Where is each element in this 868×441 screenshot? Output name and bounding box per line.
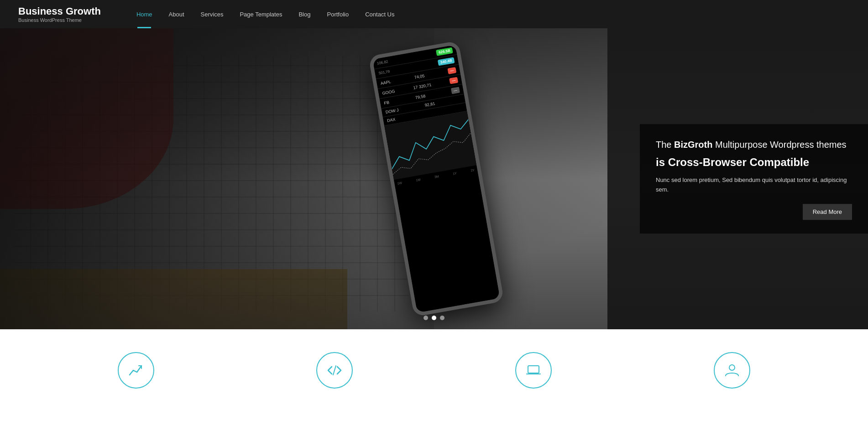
slider-dot-1[interactable] bbox=[424, 316, 428, 320]
nav-item-home[interactable]: Home bbox=[128, 0, 161, 28]
feature-item-1 bbox=[37, 352, 235, 398]
phone-badge-aapl: — bbox=[447, 67, 456, 74]
phone-badge-blue: 340.4B bbox=[438, 57, 455, 66]
slider-dots bbox=[424, 316, 444, 320]
hero-heading-post: Multipurpose Wordpress themes bbox=[712, 140, 846, 150]
chart-icon bbox=[128, 362, 144, 379]
site-header: Business Growth Business WordPress Theme… bbox=[0, 0, 868, 28]
feature-icon-circle-2 bbox=[316, 352, 353, 389]
phone-badge-green: 626.5B bbox=[436, 47, 453, 56]
feature-icon-circle-3 bbox=[515, 352, 552, 389]
hero-heading: The BizGroth Multipurpose Wordpress them… bbox=[656, 138, 852, 151]
hero-section: 106,82 626.5B 501,79 340.4B AAPL 74,05 —… bbox=[0, 28, 868, 329]
main-nav: HomeAboutServicesPage TemplatesBlogPortf… bbox=[128, 0, 403, 28]
hero-subheading: is Cross-Browser Compatible bbox=[656, 156, 852, 169]
features-section bbox=[0, 329, 868, 407]
slider-dot-3[interactable] bbox=[440, 316, 444, 320]
hero-text-overlay: The BizGroth Multipurpose Wordpress them… bbox=[640, 124, 868, 233]
hero-brand-name: BizGroth bbox=[674, 140, 712, 150]
feature-item-3 bbox=[434, 352, 633, 398]
feature-icon-circle-1 bbox=[118, 352, 154, 389]
feature-item-2 bbox=[235, 352, 434, 398]
nav-item-services[interactable]: Services bbox=[193, 0, 232, 28]
nav-item-blog[interactable]: Blog bbox=[290, 0, 319, 28]
logo-title[interactable]: Business Growth bbox=[18, 5, 101, 17]
feature-icon-circle-4 bbox=[714, 352, 750, 389]
logo-subtitle: Business WordPress Theme bbox=[18, 17, 101, 23]
logo-area: Business Growth Business WordPress Theme bbox=[18, 5, 101, 23]
slider-dot-2[interactable] bbox=[432, 316, 436, 320]
nav-item-portfolio[interactable]: Portfolio bbox=[319, 0, 357, 28]
read-more-button[interactable]: Read More bbox=[803, 204, 852, 220]
nav-item-contact-us[interactable]: Contact Us bbox=[357, 0, 403, 28]
hero-description: Nunc sed lorem pretium, Sed bibendum qui… bbox=[656, 176, 852, 195]
nav-item-page-templates[interactable]: Page Templates bbox=[231, 0, 290, 28]
hero-heading-pre: The bbox=[656, 140, 674, 150]
svg-rect-3 bbox=[528, 366, 539, 373]
feature-item-4 bbox=[633, 352, 832, 398]
phone-badge-goog: — bbox=[449, 77, 458, 84]
svg-point-5 bbox=[729, 365, 735, 370]
user-icon bbox=[724, 362, 740, 379]
nav-item-about[interactable]: About bbox=[161, 0, 193, 28]
svg-line-2 bbox=[333, 366, 336, 375]
laptop-icon bbox=[525, 362, 542, 379]
code-icon bbox=[326, 362, 343, 379]
